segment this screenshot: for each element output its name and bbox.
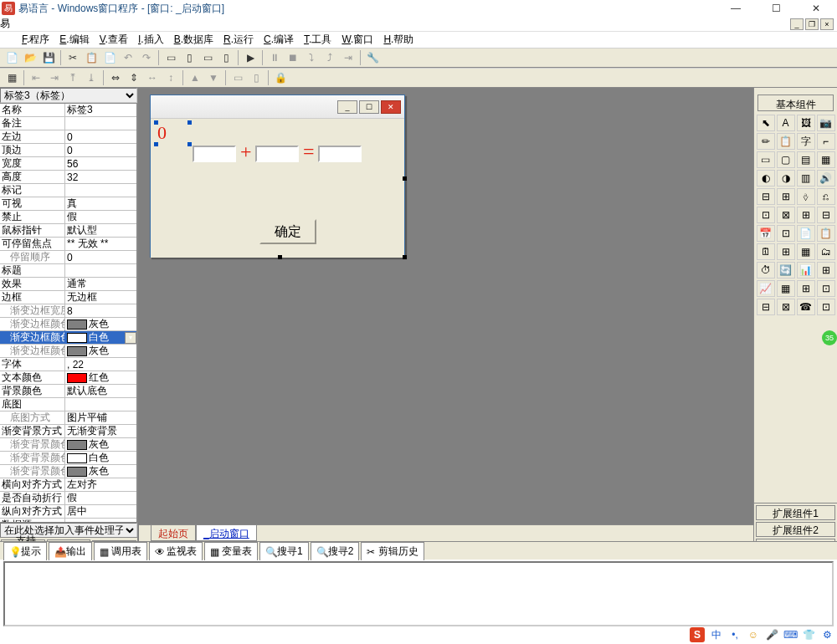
mdi-min[interactable]: _ bbox=[790, 18, 804, 30]
same-h-icon[interactable]: ↕ bbox=[162, 69, 179, 86]
prop-row-7[interactable]: 可视真 bbox=[0, 197, 136, 211]
toolbox-item-25[interactable]: ⊡ bbox=[777, 225, 795, 242]
window-resize-handle[interactable] bbox=[403, 255, 407, 259]
tab-startup-window[interactable]: _启动窗口 bbox=[196, 525, 257, 541]
menu-8[interactable]: W.窗口 bbox=[336, 33, 378, 47]
component-selector[interactable]: 标签3（标签） bbox=[0, 88, 137, 103]
tab-start-page[interactable]: 起始页 bbox=[151, 525, 196, 541]
win4-icon[interactable]: ▯ bbox=[218, 49, 234, 66]
floating-badge[interactable]: 35 bbox=[822, 330, 837, 345]
redo-icon[interactable]: ↷ bbox=[138, 49, 155, 66]
prop-value[interactable]: 白色▾ bbox=[65, 330, 136, 345]
prop-row-16[interactable]: 渐变边框颜色1灰色 bbox=[0, 318, 136, 331]
label-eq[interactable]: = bbox=[303, 141, 315, 163]
toolbox-item-6[interactable]: 字 bbox=[797, 133, 815, 150]
edit1[interactable] bbox=[193, 146, 236, 162]
copy-icon[interactable]: 📋 bbox=[83, 49, 100, 66]
output-area[interactable] bbox=[3, 561, 834, 626]
step1-icon[interactable]: ⤵ bbox=[303, 49, 320, 66]
lock-icon[interactable]: 🔒 bbox=[272, 69, 289, 86]
prop-value[interactable]: 默认底色 bbox=[65, 384, 136, 398]
prop-row-0[interactable]: 名称标签3 bbox=[0, 104, 136, 117]
tray-keyboard-icon[interactable]: ⌨ bbox=[783, 628, 797, 641]
prop-row-3[interactable]: 顶边0 bbox=[0, 144, 136, 157]
prop-row-18[interactable]: 渐变边框颜色3灰色 bbox=[0, 345, 136, 358]
toolbox-item-35[interactable]: ⊞ bbox=[817, 262, 835, 279]
toolbox-item-22[interactable]: ⊞ bbox=[797, 207, 815, 223]
prop-value[interactable]: 0 bbox=[65, 252, 136, 263]
toolbox-item-9[interactable]: ▢ bbox=[777, 151, 795, 168]
paste-icon[interactable]: 📄 bbox=[101, 49, 118, 66]
prop-value[interactable]: 0 bbox=[65, 131, 136, 143]
toolbox-item-43[interactable]: ⊡ bbox=[817, 299, 835, 315]
prop-value[interactable]: 灰色 bbox=[65, 317, 136, 331]
prop-value[interactable]: 灰色 bbox=[65, 464, 136, 478]
toolbox-item-24[interactable]: 📅 bbox=[757, 225, 775, 242]
prop-value[interactable]: 假 bbox=[65, 491, 136, 505]
toolbox-item-41[interactable]: ⊠ bbox=[777, 299, 795, 315]
menu-5[interactable]: R.运行 bbox=[218, 33, 259, 47]
prop-value[interactable]: 默认型 bbox=[65, 223, 136, 238]
same-w-icon[interactable]: ↔ bbox=[144, 69, 161, 86]
toolbox-item-5[interactable]: 📋 bbox=[777, 133, 795, 150]
bottom-tab-3[interactable]: 👁监视表 bbox=[149, 542, 203, 560]
toolbox-item-2[interactable]: 🖼 bbox=[797, 115, 815, 131]
toolbox-item-16[interactable]: ⊟ bbox=[757, 188, 775, 205]
send-back-icon[interactable]: ▼ bbox=[205, 69, 222, 86]
toolbox-item-36[interactable]: 📈 bbox=[757, 280, 775, 297]
mdi-close[interactable]: × bbox=[820, 18, 834, 30]
prop-value[interactable]: 居中 bbox=[65, 504, 136, 519]
toolbox-item-34[interactable]: 📊 bbox=[797, 262, 815, 279]
prop-row-15[interactable]: 渐变边框宽度8 bbox=[0, 304, 136, 318]
bottom-tab-7[interactable]: ✂剪辑历史 bbox=[361, 542, 424, 560]
dropdown-icon[interactable]: ▾ bbox=[125, 332, 136, 344]
edit3[interactable] bbox=[318, 146, 362, 162]
toolbox-item-14[interactable]: ▥ bbox=[797, 170, 815, 187]
toolbox-item-27[interactable]: 📋 bbox=[817, 225, 835, 242]
toolbox-item-7[interactable]: ⌐ bbox=[817, 133, 835, 150]
property-grid[interactable]: 名称标签3备注左边0顶边0宽度56高度32标记可视真禁止假鼠标指针默认型可停留焦… bbox=[0, 104, 137, 522]
menu-9[interactable]: H.帮助 bbox=[378, 33, 418, 47]
tray-smile-icon[interactable]: ☺ bbox=[747, 628, 760, 641]
save-icon[interactable]: 💾 bbox=[40, 49, 57, 66]
prop-row-9[interactable]: 鼠标指针默认型 bbox=[0, 224, 136, 238]
menu-1[interactable]: E.编辑 bbox=[54, 33, 94, 47]
toolbox-item-38[interactable]: ⊞ bbox=[797, 280, 815, 297]
win3-icon[interactable]: ▭ bbox=[199, 49, 216, 66]
prop-row-14[interactable]: 边框无边框 bbox=[0, 291, 136, 304]
toolbox-item-19[interactable]: ⎌ bbox=[817, 188, 835, 205]
stop-icon[interactable]: ⏹ bbox=[285, 49, 301, 66]
toolbox-item-11[interactable]: ▦ bbox=[817, 151, 835, 168]
group-icon[interactable]: ▭ bbox=[229, 69, 246, 86]
toolbox-tab-ext1[interactable]: 扩展组件1 bbox=[756, 505, 835, 520]
prop-value[interactable]: ** 无效 ** bbox=[65, 237, 136, 251]
toolbox-item-1[interactable]: A bbox=[777, 115, 795, 131]
prop-value[interactable]: , 22 bbox=[65, 359, 136, 371]
bottom-tab-0[interactable]: 💡提示 bbox=[3, 542, 47, 560]
prop-row-20[interactable]: 文本颜色红色 bbox=[0, 371, 136, 385]
prop-row-1[interactable]: 备注 bbox=[0, 117, 136, 130]
menu-0[interactable]: F.程序 bbox=[17, 33, 54, 47]
tray-user-icon[interactable]: 👕 bbox=[802, 628, 815, 641]
prop-value[interactable]: 无边框 bbox=[65, 290, 136, 304]
toolbox-item-40[interactable]: ⊟ bbox=[757, 299, 775, 315]
toolbox-tab-ext2[interactable]: 扩展组件2 bbox=[756, 522, 835, 537]
prop-value[interactable]: 56 bbox=[65, 158, 136, 170]
prop-value[interactable]: 通常 bbox=[65, 277, 136, 291]
ungroup-icon[interactable]: ▯ bbox=[248, 69, 264, 86]
bottom-tab-6[interactable]: 🔍搜寻2 bbox=[311, 542, 360, 560]
sogou-ime-icon[interactable]: S bbox=[690, 627, 705, 642]
prop-row-5[interactable]: 高度32 bbox=[0, 171, 136, 184]
toolbox-item-18[interactable]: ⎀ bbox=[797, 188, 815, 205]
selection-handle[interactable] bbox=[187, 120, 192, 125]
toolbox-item-31[interactable]: 🗂 bbox=[817, 243, 835, 260]
toolbox-item-26[interactable]: 📄 bbox=[797, 225, 815, 242]
label-zero[interactable]: 0 bbox=[157, 122, 167, 144]
prop-row-13[interactable]: 效果通常 bbox=[0, 278, 136, 291]
align-bottom-icon[interactable]: ⤓ bbox=[83, 69, 100, 86]
prop-row-26[interactable]: 渐变背景颜色2白色 bbox=[0, 452, 136, 465]
ok-button[interactable]: 确定 bbox=[259, 219, 316, 244]
design-body[interactable]: 0 + = 确定 bbox=[151, 119, 404, 258]
toolbox-item-10[interactable]: ▤ bbox=[797, 151, 815, 168]
prop-value[interactable]: 红色 bbox=[65, 371, 136, 385]
